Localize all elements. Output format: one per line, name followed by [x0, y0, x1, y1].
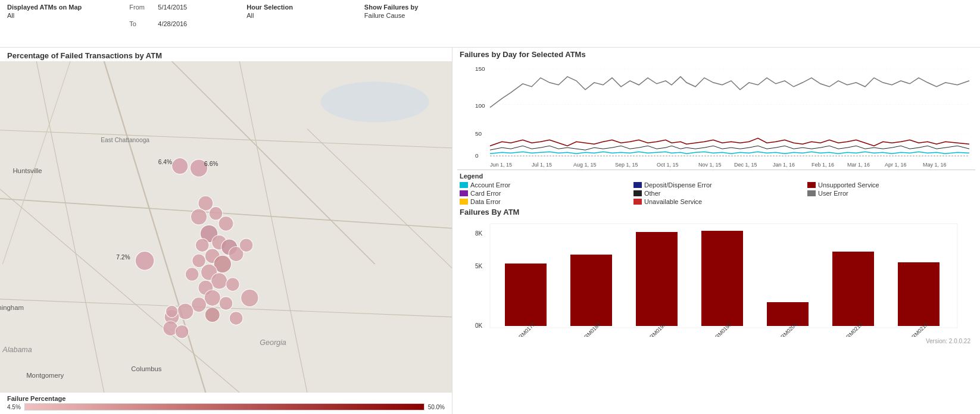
hour-selection-section: Hour Selection All	[246, 4, 293, 19]
legend-item-card-error: Card Error	[460, 190, 628, 197]
bar-chart-svg: 8K 5K 0K TERM0179 TERM0180 TERM0191	[457, 218, 975, 337]
hour-selection-value: All	[246, 12, 293, 19]
svg-text:0K: 0K	[475, 322, 483, 329]
legend-color-card-error	[460, 190, 468, 196]
svg-point-40	[211, 273, 227, 289]
line-chart-svg: 150 100 50 0	[457, 60, 975, 170]
svg-point-52	[175, 325, 189, 338]
legend-label-unavailable: Unavailable Service	[644, 198, 702, 205]
failure-bar	[24, 403, 425, 410]
svg-point-46	[241, 289, 259, 307]
svg-point-28	[219, 216, 233, 231]
failure-bar-max: 50.0%	[428, 404, 445, 410]
legend-label-other: Other	[644, 190, 661, 197]
show-failures-section: Show Failures by Failure Cause	[364, 4, 418, 19]
line-chart-container: 150 100 50 0	[457, 60, 975, 170]
failure-bar-title: Failure Percentage	[7, 395, 445, 402]
failure-bar-min: 4.5%	[7, 404, 21, 410]
legend-label-deposit-dispense: Deposit/Dispense Error	[644, 181, 712, 189]
svg-point-48	[205, 308, 220, 322]
displayed-atms-section: Displayed ATMs on Map All	[7, 4, 82, 19]
legend-label-user-error: User Error	[818, 190, 848, 197]
show-failures-label: Show Failures by	[364, 4, 418, 11]
svg-text:Jun 1, 15: Jun 1, 15	[490, 162, 512, 168]
bar-term0179[interactable]	[505, 264, 547, 326]
svg-text:100: 100	[475, 102, 485, 109]
svg-text:Birmingham: Birmingham	[0, 304, 24, 311]
legend-grid: Account Error Deposit/Dispense Error Uns…	[460, 181, 975, 205]
svg-text:150: 150	[475, 65, 485, 72]
legend-color-user-error	[807, 190, 816, 196]
legend-label-unsupported: Unsupported Service	[818, 181, 879, 189]
map-container[interactable]: Huntsville Birmingham Montgomery Columbu…	[0, 61, 452, 393]
svg-text:Georgia: Georgia	[260, 338, 286, 347]
legend-section: Legend Account Error Deposit/Dispense Er…	[457, 170, 975, 208]
to-row: To 4/28/2016	[129, 20, 187, 27]
svg-point-31	[195, 239, 209, 252]
svg-text:6.4%: 6.4%	[158, 159, 172, 165]
svg-point-1	[321, 81, 429, 122]
date-section: From 5/14/2015 To 4/28/2016	[129, 4, 187, 27]
main-content: Percentage of Failed Transactions by ATM	[0, 48, 980, 414]
svg-point-43	[204, 290, 220, 306]
bar-term0180[interactable]	[570, 255, 612, 326]
from-label: From	[129, 4, 146, 11]
svg-text:Oct 1, 15: Oct 1, 15	[657, 162, 679, 168]
bar-term0206[interactable]	[767, 302, 809, 326]
legend-title: Legend	[460, 172, 975, 180]
svg-text:Apr 1, 16: Apr 1, 16	[885, 162, 907, 168]
failure-bar-section: Failure Percentage 4.5% 50.0%	[0, 393, 452, 414]
legend-item-user-error: User Error	[807, 190, 975, 197]
svg-point-19	[172, 158, 188, 174]
svg-text:Huntsville: Huntsville	[13, 167, 42, 174]
svg-point-23	[135, 251, 154, 270]
line-chart-section: Failures by Day for Selected ATMs 150 10…	[457, 50, 975, 170]
svg-text:0: 0	[475, 152, 479, 159]
svg-text:Sep 1, 15: Sep 1, 15	[615, 162, 638, 168]
displayed-atms-value: All	[7, 12, 82, 19]
svg-point-27	[191, 209, 207, 225]
svg-text:7.2%: 7.2%	[116, 254, 130, 261]
svg-text:East Chattanooga: East Chattanooga	[101, 137, 149, 143]
svg-point-45	[219, 297, 233, 310]
legend-color-account-error	[460, 182, 468, 188]
bar-chart-title: Failures By ATM	[457, 208, 975, 217]
svg-point-47	[177, 303, 193, 319]
svg-text:Nov 1, 15: Nov 1, 15	[698, 162, 722, 168]
legend-item-data-error: Data Error	[460, 198, 628, 205]
bar-term0219[interactable]	[898, 262, 940, 326]
top-bar: Displayed ATMs on Map All From 5/14/2015…	[0, 0, 980, 48]
to-label: To	[129, 20, 146, 27]
bar-term0218[interactable]	[832, 252, 874, 326]
legend-label-data-error: Data Error	[470, 198, 501, 205]
displayed-atms-label: Displayed ATMs on Map	[7, 4, 82, 11]
svg-text:Jan 1, 16: Jan 1, 16	[773, 162, 795, 168]
version-text: Version: 2.0.0.22	[457, 337, 975, 346]
svg-point-53	[166, 305, 177, 317]
svg-point-49	[229, 312, 243, 325]
map-svg: Huntsville Birmingham Montgomery Columbu…	[0, 61, 452, 393]
line-chart-title: Failures by Day for Selected ATMs	[457, 50, 975, 59]
svg-text:5K: 5K	[475, 263, 483, 269]
from-date: 5/14/2015	[158, 4, 187, 11]
svg-point-42	[226, 278, 240, 291]
legend-color-unavailable	[633, 199, 642, 205]
legend-item-deposit-dispense: Deposit/Dispense Error	[633, 181, 801, 189]
legend-label-account-error: Account Error	[470, 181, 510, 189]
legend-color-deposit-dispense	[633, 182, 642, 188]
failure-bar-container: 4.5% 50.0%	[7, 403, 445, 410]
svg-text:Dec 1, 15: Dec 1, 15	[734, 162, 757, 168]
svg-point-34	[192, 254, 206, 268]
svg-text:6.6%: 6.6%	[204, 161, 218, 167]
svg-text:Mar 1, 16: Mar 1, 16	[847, 162, 870, 168]
svg-text:May 1, 16: May 1, 16	[923, 162, 947, 168]
bar-term0193[interactable]	[701, 231, 743, 326]
svg-text:Feb 1, 16: Feb 1, 16	[812, 162, 834, 168]
legend-label-card-error: Card Error	[470, 190, 501, 197]
legend-color-unsupported	[807, 182, 816, 188]
legend-color-data-error	[460, 199, 468, 205]
bar-chart-container: 8K 5K 0K TERM0179 TERM0180 TERM0191	[457, 218, 975, 337]
map-title: Percentage of Failed Transactions by ATM	[0, 48, 452, 61]
svg-text:Aug 1, 15: Aug 1, 15	[573, 162, 597, 168]
bar-term0191[interactable]	[636, 232, 678, 326]
